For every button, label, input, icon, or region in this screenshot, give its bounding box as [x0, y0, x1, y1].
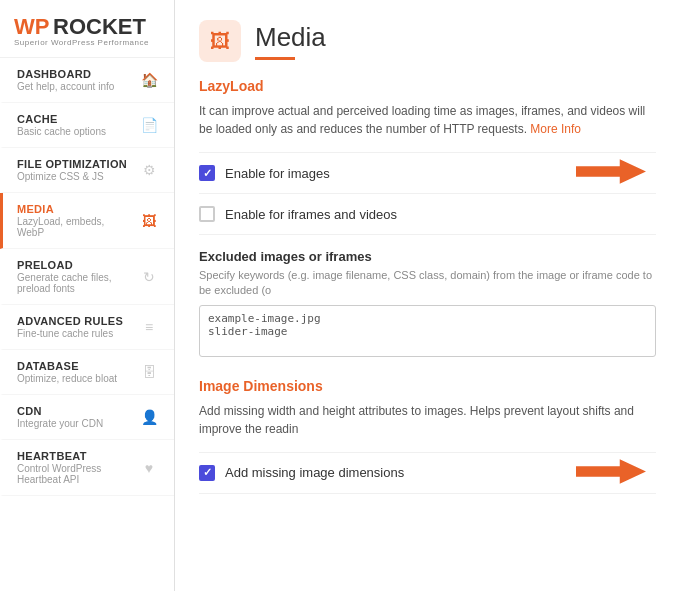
sidebar-item-title-database: DATABASE	[17, 360, 130, 372]
checkbox-add-missing[interactable]	[199, 465, 215, 481]
more-info-link[interactable]: More Info	[530, 122, 581, 136]
image-dimensions-section: Image Dimensions Add missing width and h…	[199, 378, 656, 494]
checkbox-label-enable-images[interactable]: Enable for images	[199, 165, 330, 181]
sidebar-item-title-cdn: CDN	[17, 405, 130, 417]
arrow-indicator-add-missing	[576, 456, 646, 489]
sidebar: WP ROCKET Superior WordPress Performance…	[0, 0, 175, 591]
sidebar-icon-dashboard: 🏠	[138, 69, 160, 91]
lazyload-title: LazyLoad	[199, 78, 656, 94]
logo: WP ROCKET Superior WordPress Performance	[0, 0, 174, 58]
sidebar-icon-heartbeat: ♥	[138, 457, 160, 479]
sidebar-item-cache[interactable]: CACHE Basic cache options 📄	[0, 103, 174, 148]
sidebar-icon-cdn: 👤	[138, 406, 160, 428]
svg-marker-0	[576, 159, 646, 184]
checkbox-enable-images[interactable]	[199, 165, 215, 181]
sidebar-item-title-file-optimization: FILE OPTIMIZATION	[17, 158, 130, 170]
sidebar-item-sub-cache: Basic cache options	[17, 126, 130, 137]
sidebar-item-media[interactable]: MEDIA LazyLoad, embeds, WebP 🖼	[0, 193, 174, 249]
sidebar-item-title-preload: PRELOAD	[17, 259, 130, 271]
excluded-textarea[interactable]	[199, 305, 656, 357]
page-title: Media	[255, 22, 326, 53]
option-row-enable-iframes: Enable for iframes and videos	[199, 193, 656, 235]
excluded-sub: Specify keywords (e.g. image filename, C…	[199, 268, 656, 299]
sidebar-icon-database: 🗄	[138, 361, 160, 383]
sidebar-item-sub-file-optimization: Optimize CSS & JS	[17, 171, 130, 182]
sidebar-item-heartbeat[interactable]: HEARTBEAT Control WordPress Heartbeat AP…	[0, 440, 174, 496]
image-dimensions-title: Image Dimensions	[199, 378, 656, 394]
sidebar-item-title-dashboard: DASHBOARD	[17, 68, 130, 80]
option-label-add-missing: Add missing image dimensions	[225, 465, 404, 480]
sidebar-item-sub-advanced-rules: Fine-tune cache rules	[17, 328, 130, 339]
checkbox-label-add-missing[interactable]: Add missing image dimensions	[199, 465, 404, 481]
sidebar-item-cdn[interactable]: CDN Integrate your CDN 👤	[0, 395, 174, 440]
sidebar-icon-preload: ↻	[138, 266, 160, 288]
sidebar-item-sub-cdn: Integrate your CDN	[17, 418, 130, 429]
option-label-enable-iframes: Enable for iframes and videos	[225, 207, 397, 222]
excluded-label: Excluded images or iframes	[199, 249, 656, 264]
sidebar-item-sub-heartbeat: Control WordPress Heartbeat API	[17, 463, 130, 485]
lazyload-section: LazyLoad It can improve actual and perce…	[199, 78, 656, 360]
sidebar-item-title-heartbeat: HEARTBEAT	[17, 450, 130, 462]
sidebar-item-sub-dashboard: Get help, account info	[17, 81, 130, 92]
sidebar-item-sub-media: LazyLoad, embeds, WebP	[17, 216, 130, 238]
excluded-section: Excluded images or iframes Specify keywo…	[199, 249, 656, 360]
sidebar-item-title-media: MEDIA	[17, 203, 130, 215]
sidebar-item-advanced-rules[interactable]: ADVANCED RULES Fine-tune cache rules ≡	[0, 305, 174, 350]
arrow-indicator-enable-images	[576, 157, 646, 190]
main-content: 🖼 Media LazyLoad It can improve actual a…	[175, 0, 680, 591]
logo-sub: Superior WordPress Performance	[14, 38, 160, 47]
sidebar-icon-cache: 📄	[138, 114, 160, 136]
image-dimensions-desc: Add missing width and height attributes …	[199, 402, 656, 438]
page-icon: 🖼	[199, 20, 241, 62]
page-header: 🖼 Media	[199, 20, 656, 62]
sidebar-icon-advanced-rules: ≡	[138, 316, 160, 338]
sidebar-item-preload[interactable]: PRELOAD Generate cache files, preload fo…	[0, 249, 174, 305]
sidebar-icon-media: 🖼	[138, 210, 160, 232]
sidebar-item-sub-preload: Generate cache files, preload fonts	[17, 272, 130, 294]
option-row-add-missing: Add missing image dimensions	[199, 452, 656, 494]
sidebar-item-sub-database: Optimize, reduce bloat	[17, 373, 130, 384]
sidebar-item-dashboard[interactable]: DASHBOARD Get help, account info 🏠	[0, 58, 174, 103]
logo-rocket: ROCKET	[53, 14, 146, 39]
logo-wp: WP	[14, 14, 49, 39]
checkbox-label-enable-iframes[interactable]: Enable for iframes and videos	[199, 206, 397, 222]
sidebar-item-title-cache: CACHE	[17, 113, 130, 125]
page-title-underline	[255, 57, 295, 60]
sidebar-item-file-optimization[interactable]: FILE OPTIMIZATION Optimize CSS & JS ⚙	[0, 148, 174, 193]
sidebar-icon-file-optimization: ⚙	[138, 159, 160, 181]
svg-marker-1	[576, 459, 646, 484]
option-row-enable-images: Enable for images	[199, 152, 656, 193]
checkbox-enable-iframes[interactable]	[199, 206, 215, 222]
option-label-enable-images: Enable for images	[225, 166, 330, 181]
lazyload-desc: It can improve actual and perceived load…	[199, 102, 656, 138]
sidebar-item-database[interactable]: DATABASE Optimize, reduce bloat 🗄	[0, 350, 174, 395]
sidebar-item-title-advanced-rules: ADVANCED RULES	[17, 315, 130, 327]
